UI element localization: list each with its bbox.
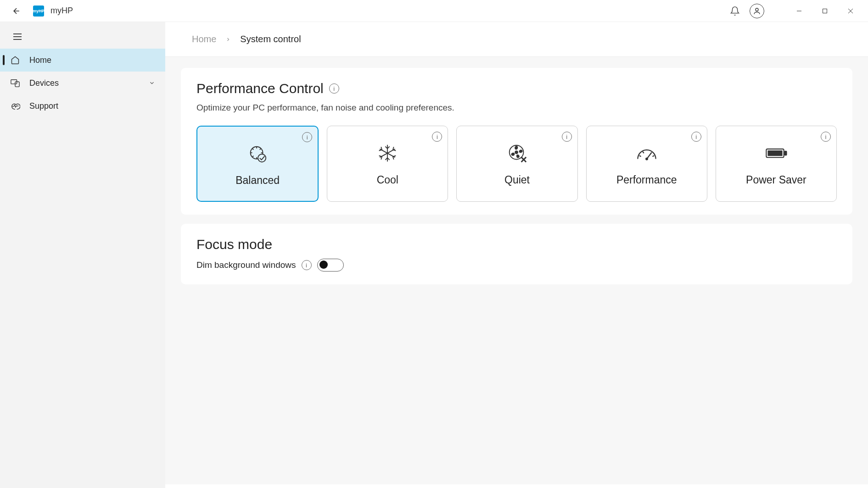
sidebar-item-support[interactable]: Support: [0, 94, 165, 117]
snowflake-icon: [376, 142, 399, 165]
focus-mode-title: Focus mode: [196, 237, 272, 252]
mode-quiet[interactable]: i Quiet: [456, 126, 577, 202]
svg-rect-25: [784, 151, 786, 155]
minimize-button[interactable]: [786, 2, 812, 20]
svg-point-11: [258, 154, 266, 162]
mode-label: Cool: [377, 174, 398, 186]
titlebar: myHP myHP: [0, 0, 868, 22]
notifications-button[interactable]: [726, 2, 744, 20]
mode-label: Balanced: [235, 174, 280, 187]
home-icon: [10, 55, 20, 65]
sidebar: Home Devices Support: [0, 22, 165, 488]
info-icon[interactable]: i: [562, 132, 572, 142]
dim-background-label: Dim background windows: [196, 260, 296, 270]
devices-icon: [10, 78, 20, 88]
sidebar-item-label: Home: [29, 55, 155, 65]
performance-control-panel: Performance Control i Optimize your PC p…: [181, 68, 852, 215]
info-icon[interactable]: i: [821, 132, 831, 142]
mode-performance[interactable]: i Performance: [586, 126, 707, 202]
svg-rect-26: [768, 151, 782, 155]
support-icon: [10, 101, 20, 111]
sidebar-item-devices[interactable]: Devices: [0, 72, 165, 94]
user-avatar-icon: [750, 4, 764, 18]
close-icon: [848, 8, 853, 14]
svg-line-23: [652, 155, 654, 156]
breadcrumb: Home System control: [165, 22, 868, 57]
mode-label: Performance: [616, 174, 677, 186]
modes-grid: i Balanced i Cool i: [196, 126, 837, 202]
sidebar-item-home[interactable]: Home: [0, 49, 165, 72]
performance-control-subtitle: Optimize your PC performance, fan noise …: [196, 103, 837, 113]
mode-power-saver[interactable]: i Power Saver: [716, 126, 837, 202]
window-controls: [786, 2, 863, 20]
quiet-icon: [506, 142, 529, 165]
svg-line-22: [643, 151, 644, 153]
hamburger-icon: [13, 33, 22, 40]
app-logo-text: myHP: [33, 9, 45, 13]
user-button[interactable]: [748, 2, 766, 20]
svg-point-16: [515, 151, 518, 154]
minimize-icon: [796, 8, 802, 14]
chevron-down-icon: [149, 80, 155, 86]
performance-control-title: Performance Control: [196, 81, 324, 96]
svg-line-21: [639, 155, 641, 156]
svg-point-0: [756, 8, 758, 11]
svg-rect-2: [823, 9, 827, 13]
close-button[interactable]: [838, 2, 863, 20]
sidebar-item-label: Devices: [29, 78, 149, 88]
svg-rect-9: [15, 82, 19, 87]
sidebar-item-label: Support: [29, 101, 155, 111]
arrow-left-icon: [12, 6, 21, 16]
mode-label: Power Saver: [746, 174, 806, 186]
chevron-right-icon: [225, 37, 231, 42]
info-icon[interactable]: i: [302, 132, 312, 142]
toggle-knob: [319, 261, 328, 269]
battery-icon: [765, 142, 788, 165]
breadcrumb-home[interactable]: Home: [192, 34, 216, 44]
bell-icon: [730, 6, 740, 16]
svg-point-20: [646, 158, 648, 160]
maximize-button[interactable]: [812, 2, 838, 20]
mode-label: Quiet: [504, 174, 530, 186]
dim-background-toggle[interactable]: [317, 259, 344, 272]
mode-cool[interactable]: i Cool: [327, 126, 448, 202]
person-icon: [753, 7, 761, 15]
balanced-icon: [246, 142, 269, 165]
gauge-icon: [635, 142, 658, 165]
info-icon[interactable]: i: [432, 132, 442, 142]
info-icon[interactable]: i: [329, 83, 339, 94]
app-logo: myHP: [33, 6, 44, 17]
back-button[interactable]: [9, 4, 24, 18]
menu-toggle-button[interactable]: [9, 28, 26, 45]
app-title: myHP: [50, 6, 73, 16]
info-icon[interactable]: i: [302, 260, 312, 270]
focus-mode-panel: Focus mode Dim background windows i: [181, 224, 852, 284]
main-content: Home System control Performance Control …: [165, 22, 868, 488]
breadcrumb-current: System control: [240, 34, 301, 44]
maximize-icon: [822, 8, 828, 14]
info-icon[interactable]: i: [691, 132, 701, 142]
mode-balanced[interactable]: i Balanced: [196, 126, 319, 202]
